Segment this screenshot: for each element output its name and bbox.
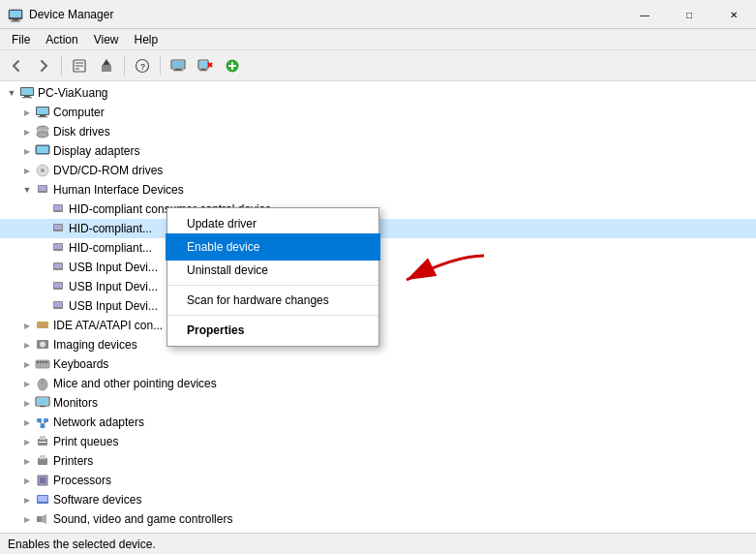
icon-hid xyxy=(35,182,50,198)
tree-item-display[interactable]: ▶Display adapters xyxy=(0,141,756,161)
icon-imaging xyxy=(35,337,50,353)
label-imaging: Imaging devices xyxy=(53,338,137,352)
forward-button[interactable] xyxy=(31,53,56,78)
expander-display[interactable]: ▶ xyxy=(19,143,35,159)
icon-network xyxy=(35,415,50,430)
tree-item-root[interactable]: ▼PC-ViaKuang xyxy=(0,83,756,103)
tree-item-storage[interactable]: ▶Storage controllers xyxy=(0,529,756,533)
expander-sound[interactable]: ▶ xyxy=(19,511,35,527)
svg-rect-47 xyxy=(54,244,62,249)
svg-rect-60 xyxy=(43,361,45,363)
expander-network[interactable]: ▶ xyxy=(19,415,35,430)
tree-item-dvd[interactable]: ▶DVD/CD-ROM drives xyxy=(0,161,756,180)
icon-root xyxy=(19,85,35,101)
menu-action[interactable]: Action xyxy=(38,31,85,48)
expander-imaging[interactable]: ▶ xyxy=(19,337,35,353)
svg-rect-81 xyxy=(37,516,42,522)
ctx-enable-device[interactable]: Enable device xyxy=(167,235,378,259)
add-device-button[interactable] xyxy=(220,53,245,78)
tree-item-disk[interactable]: ▶Disk drives xyxy=(0,122,756,141)
expander-computer[interactable]: ▶ xyxy=(19,105,35,120)
expander-software[interactable]: ▶ xyxy=(19,492,35,508)
svg-rect-30 xyxy=(37,108,48,114)
tree-item-monitors[interactable]: ▶Monitors xyxy=(0,393,756,413)
expander-hid1[interactable] xyxy=(35,201,50,217)
expander-print[interactable]: ▶ xyxy=(19,434,35,449)
svg-rect-65 xyxy=(37,398,48,405)
expander-printers[interactable]: ▶ xyxy=(19,453,35,469)
svg-rect-66 xyxy=(40,406,45,407)
icon-printers xyxy=(35,453,50,469)
expander-ide[interactable]: ▶ xyxy=(19,318,35,333)
expander-root[interactable]: ▼ xyxy=(4,85,19,101)
svg-rect-27 xyxy=(24,96,30,97)
menu-view[interactable]: View xyxy=(86,31,127,48)
back-button[interactable] xyxy=(4,53,29,78)
expander-monitors[interactable]: ▶ xyxy=(19,395,35,411)
svg-line-70 xyxy=(40,422,44,424)
svg-rect-19 xyxy=(199,70,207,71)
minimize-button[interactable]: — xyxy=(622,0,667,29)
expander-keyboards[interactable]: ▶ xyxy=(19,356,35,372)
svg-rect-17 xyxy=(199,61,207,68)
icon-dvd xyxy=(35,163,50,178)
close-button[interactable]: ✕ xyxy=(711,0,756,29)
menu-help[interactable]: Help xyxy=(127,31,166,48)
ctx-properties[interactable]: Properties xyxy=(167,319,378,342)
uninstall-button[interactable] xyxy=(193,53,218,78)
tree-item-mice[interactable]: ▶Mice and other pointing devices xyxy=(0,374,756,393)
expander-disk[interactable]: ▶ xyxy=(19,124,35,139)
update-driver-button[interactable] xyxy=(94,53,119,78)
svg-rect-3 xyxy=(11,20,20,21)
maximize-button[interactable]: □ xyxy=(667,0,711,29)
expander-usb3[interactable] xyxy=(35,298,50,314)
ctx-sep-1 xyxy=(167,285,378,286)
label-display: Display adapters xyxy=(53,144,139,158)
tree-item-sound[interactable]: ▶Sound, video and game controllers xyxy=(0,509,756,529)
help-button[interactable]: ? xyxy=(130,53,155,78)
svg-rect-18 xyxy=(201,69,205,70)
expander-storage[interactable]: ▶ xyxy=(19,531,35,533)
expander-hid[interactable]: ▼ xyxy=(19,182,35,198)
svg-rect-68 xyxy=(44,418,48,422)
ctx-update-driver[interactable]: Update driver xyxy=(167,212,378,235)
ctx-uninstall-device[interactable]: Uninstall device xyxy=(167,259,378,282)
toolbar-sep-1 xyxy=(61,56,62,76)
svg-rect-51 xyxy=(54,283,62,288)
tree-item-processors[interactable]: ▶Processors xyxy=(0,471,756,490)
expander-mice[interactable]: ▶ xyxy=(19,376,35,391)
svg-rect-58 xyxy=(37,361,39,363)
svg-rect-1 xyxy=(10,11,21,17)
ctx-scan-hardware[interactable]: Scan for hardware changes xyxy=(167,289,378,312)
properties-button[interactable] xyxy=(67,53,92,78)
icon-mice xyxy=(35,376,50,391)
expander-processors[interactable]: ▶ xyxy=(19,473,35,488)
toolbar-sep-3 xyxy=(160,56,161,76)
expander-usb1[interactable] xyxy=(35,260,50,275)
label-usb3: USB Input Devi... xyxy=(69,299,158,313)
svg-rect-45 xyxy=(54,225,62,230)
svg-rect-69 xyxy=(41,424,45,428)
tree-item-print[interactable]: ▶Print queues xyxy=(0,432,756,451)
icon-hid1 xyxy=(50,201,66,217)
tree-item-network[interactable]: ▶Network adapters xyxy=(0,413,756,432)
expander-hid3[interactable] xyxy=(35,240,50,256)
show-hidden-button[interactable] xyxy=(166,53,191,78)
svg-rect-59 xyxy=(40,361,42,363)
tree-item-printers[interactable]: ▶Printers xyxy=(0,451,756,471)
menu-file[interactable]: File xyxy=(4,31,38,48)
expander-hid2[interactable] xyxy=(35,221,50,236)
status-text: Enables the selected device. xyxy=(8,538,156,551)
svg-rect-41 xyxy=(39,186,46,191)
svg-marker-9 xyxy=(103,59,110,65)
icon-disk xyxy=(35,124,50,139)
svg-point-35 xyxy=(37,132,48,138)
tree-item-computer[interactable]: ▶Computer xyxy=(0,103,756,122)
svg-rect-75 xyxy=(38,458,47,465)
icon-usb3 xyxy=(50,298,66,314)
tree-item-keyboards[interactable]: ▶Keyboards xyxy=(0,354,756,374)
tree-item-software[interactable]: ▶Software devices xyxy=(0,490,756,509)
expander-dvd[interactable]: ▶ xyxy=(19,163,35,178)
tree-item-hid[interactable]: ▼Human Interface Devices xyxy=(0,180,756,200)
expander-usb2[interactable] xyxy=(35,279,50,294)
